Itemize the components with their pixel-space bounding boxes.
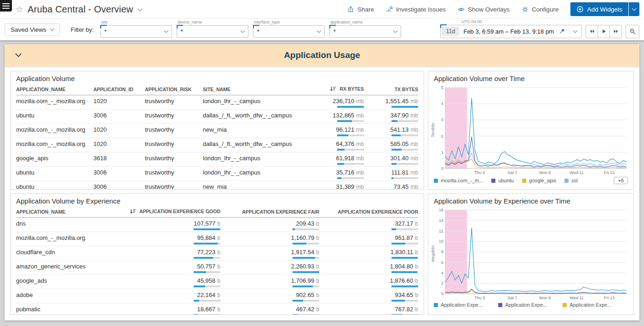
sort-descending-icon[interactable]	[130, 209, 136, 214]
table-header-row: APPLICATION_NAME APPLICATION EXPERIENCE …	[16, 207, 418, 218]
svg-text:1: 1	[441, 150, 443, 155]
value-bar	[391, 177, 418, 179]
legend-item[interactable]: ssl	[564, 178, 577, 183]
cell-id: 3006	[93, 167, 145, 181]
investigate-icon	[386, 6, 393, 13]
application-volume-table: APPLICATION_NAME APPLICATION_ID APPLICAT…	[16, 85, 418, 190]
filter-device-name[interactable]: device_name *	[177, 25, 248, 38]
svg-text:Sat 7: Sat 7	[507, 296, 517, 300]
configure-button[interactable]: Configure	[522, 6, 559, 13]
table-row: ubuntu3006trustworthydallas_/_ft._worth_…	[16, 110, 418, 124]
saved-views-dropdown[interactable]: Saved Views	[5, 23, 60, 36]
svg-text:Wed 11: Wed 11	[570, 296, 584, 300]
cell-risk: trustworthy	[145, 152, 203, 167]
svg-text:6: 6	[441, 260, 443, 265]
value-bar	[391, 271, 418, 273]
experience-over-time-chart[interactable]: 0246810121416Thu 5Sat 7Mon 9Wed 11Fri 13	[435, 207, 628, 300]
filter-by-label: Filter by:	[71, 26, 94, 33]
legend-item[interactable]: ubuntu	[491, 178, 514, 183]
chevron-down-icon	[632, 6, 637, 11]
column-header-application-risk[interactable]: APPLICATION_RISK	[145, 85, 203, 95]
time-range-picker[interactable]: UTC-04:00 11d Feb 3, 6:59 am – Feb 13, 9…	[440, 25, 582, 38]
cell-tx: 585.05mb	[364, 138, 418, 152]
share-button[interactable]: Share	[347, 6, 374, 13]
cell-good: 77,223b	[122, 246, 220, 261]
legend-item[interactable]: Application Expe...	[498, 302, 547, 308]
overlays-eye-icon	[458, 6, 465, 13]
filter-site[interactable]: site *	[100, 25, 172, 38]
value-bar	[337, 177, 364, 179]
panel-volume-by-experience: Application Volume by Experience APPLICA…	[10, 193, 424, 315]
column-header-rx-bytes[interactable]: RX BYTES	[308, 85, 364, 95]
value-bar	[194, 243, 220, 244]
column-header-tx-bytes[interactable]: TX BYTES	[364, 85, 418, 95]
cell-risk: trustworthy	[145, 124, 203, 138]
legend-swatch	[563, 303, 567, 307]
step-back-button[interactable]	[586, 25, 598, 38]
cell-id: 1020	[93, 95, 145, 110]
cell-risk: trustworthy	[145, 138, 203, 152]
legend-overflow-chip[interactable]: +6	[614, 177, 628, 184]
chevron-down-icon	[240, 29, 245, 33]
favorite-star-icon[interactable]: ☆	[16, 5, 23, 14]
table-row: mozilla.com_-_mozilla.org1020trustworthy…	[16, 95, 418, 110]
column-header-experience-poor[interactable]: APPLICATION EXPERIENCE POOR	[319, 207, 418, 218]
column-header-site-name[interactable]: SITE_NAME	[203, 85, 308, 95]
playback-controls	[586, 25, 622, 38]
rewind-icon	[589, 28, 595, 35]
legend-item[interactable]: Application Expe...	[563, 302, 611, 308]
app-menu-icon[interactable]	[0, 0, 12, 12]
legend-item[interactable]: Application Expe...	[434, 302, 483, 308]
column-header-application-id[interactable]: APPLICATION_ID	[93, 85, 145, 95]
time-zoom-button[interactable]	[626, 25, 639, 38]
cell-fair: 1,160.79b	[220, 232, 319, 246]
cell-name: pubmatic	[16, 303, 122, 315]
section-collapse-chevron[interactable]	[15, 51, 22, 57]
title-chevron-down-icon[interactable]	[138, 6, 143, 11]
cell-tx: 73.45mb	[364, 181, 418, 190]
value-bar	[194, 300, 220, 302]
chart-legend: Application Expe...Application Expe...Ap…	[428, 300, 633, 309]
cell-risk: trustworthy	[145, 95, 203, 110]
legend-item[interactable]: google_apis	[522, 178, 556, 183]
step-forward-button[interactable]	[610, 25, 622, 38]
svg-text:12: 12	[439, 229, 443, 233]
column-header-experience-fair[interactable]: APPLICATION EXPERIENCE FAIR	[220, 207, 319, 218]
add-widgets-dropdown-button[interactable]	[629, 2, 639, 16]
legend-item[interactable]: mozilla.com_-_m...	[434, 178, 483, 183]
filter-application-name[interactable]: application_name *	[329, 25, 401, 38]
cell-tx: 347.90mb	[364, 110, 418, 124]
value-bar	[391, 228, 418, 230]
show-overlays-button[interactable]: Show Overlays	[458, 6, 510, 13]
cell-tx: 541.13mb	[364, 124, 418, 138]
legend-swatch	[522, 179, 526, 183]
table-row: cloudflare_cdn77,223b1,917.54b1,830.11b	[16, 246, 418, 261]
chevron-down-icon	[316, 29, 321, 33]
cell-site: london_lhr_-_campus	[203, 167, 308, 181]
sort-descending-icon[interactable]	[330, 86, 336, 92]
column-header-experience-good[interactable]: APPLICATION EXPERIENCE GOOD	[122, 207, 220, 218]
cell-tx: 301.40mb	[364, 152, 418, 167]
pin-icon[interactable]	[558, 28, 566, 35]
column-header-application-name[interactable]: APPLICATION_NAME	[16, 207, 122, 218]
cell-good: 18,667b	[122, 303, 220, 315]
svg-text:Mon 9: Mon 9	[539, 296, 551, 300]
play-button[interactable]	[598, 25, 610, 38]
value-bar	[391, 149, 418, 151]
duration-chip[interactable]: 11d	[442, 27, 460, 36]
column-header-application-name[interactable]: APPLICATION_NAME	[16, 85, 93, 95]
volume-over-time-chart[interactable]: 012345Thu 5Sat 7Mon 9Wed 11Fri 13	[435, 85, 628, 175]
cell-rx: 236,710mb	[308, 95, 364, 110]
filter-value: *	[257, 28, 317, 35]
value-bar	[391, 243, 418, 244]
panel-title: Application Volume	[16, 75, 418, 82]
add-widgets-button[interactable]: Add Widgets	[570, 2, 628, 16]
value-bar	[337, 120, 364, 122]
filter-bar: Saved Views Filter by: site * device_nam…	[0, 18, 644, 41]
cell-id: 1020	[93, 138, 145, 152]
filter-interface-type[interactable]: interface_type *	[253, 25, 325, 38]
chevron-down-icon	[164, 29, 168, 33]
investigate-issues-button[interactable]: Investigate Issues	[386, 6, 446, 13]
time-chevron-down-icon[interactable]	[573, 29, 578, 33]
chevron-down-icon	[50, 27, 54, 31]
